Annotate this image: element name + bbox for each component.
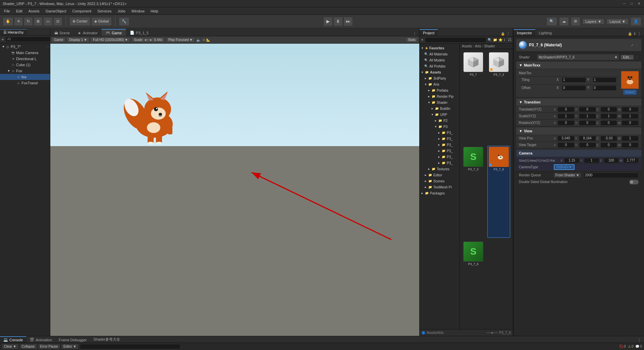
layers-dropdown[interactable]: Layers ▼ xyxy=(582,18,604,25)
editor-dropdown-btn[interactable]: Editor ▼ xyxy=(61,344,78,349)
cs-w-val[interactable]: 1.777 xyxy=(623,158,639,163)
tree-item-textures[interactable]: ► 📁 Textures xyxy=(420,166,460,172)
insp-more-icon[interactable]: ⋮ xyxy=(635,43,639,47)
pivot-btn[interactable]: ⊕ Center xyxy=(69,17,91,26)
proj-menu-icon[interactable]: ⋮ xyxy=(506,31,510,36)
vt-x-val[interactable]: 0 xyxy=(557,142,575,148)
cloud-button[interactable]: ☁ xyxy=(559,17,569,26)
section-header-maintexx[interactable]: ▼ MainTexx xyxy=(516,61,641,69)
shader-menu-icon[interactable]: ⋮ xyxy=(635,55,639,59)
tab-inspector[interactable]: Inspector xyxy=(514,29,535,36)
file-item[interactable]: S P3_7_3 xyxy=(462,146,485,238)
minimize-button[interactable]: ─ xyxy=(622,1,627,6)
tree-item-all-models[interactable]: 🔍 All Models xyxy=(420,57,460,63)
stats-btn[interactable]: Stats xyxy=(406,37,418,42)
offset-x-field[interactable]: 0 xyxy=(562,85,586,91)
bread-arts[interactable]: Arts xyxy=(475,44,481,48)
vt-z-val[interactable]: 0 xyxy=(600,142,618,148)
bottom-menu-icon[interactable]: ⋮ xyxy=(637,338,641,343)
orthographic-btn[interactable]: OrthoGr▼ xyxy=(554,164,575,170)
settings-button[interactable]: ⚙ xyxy=(571,17,580,26)
double-sided-toggle[interactable] xyxy=(629,180,639,184)
collapse-btn[interactable]: Collapse xyxy=(20,344,37,349)
tab-game[interactable]: 🎮 Game xyxy=(102,29,126,36)
tree-item-3rdparty[interactable]: ► 📁 3rdParty xyxy=(420,75,460,81)
insp-open-icon[interactable]: ↗ xyxy=(631,43,633,47)
rot-x-val[interactable]: 0 xyxy=(557,120,575,126)
file-item[interactable]: P3_7_3 xyxy=(487,51,510,143)
tiling-x-field[interactable]: 1 xyxy=(562,77,586,83)
transform-tool[interactable]: ⊡ xyxy=(53,17,62,26)
tree-item-prefabs[interactable]: ► 📁 Prefabs xyxy=(420,87,460,93)
bread-assets[interactable]: Assets xyxy=(462,44,472,48)
tree-item-p2[interactable]: ► 📁 P2 xyxy=(420,118,460,124)
project-search[interactable] xyxy=(425,37,486,43)
tree-item-p3[interactable]: ▼ 📁 P3 xyxy=(420,124,460,130)
hand-tool[interactable]: ✋ xyxy=(3,17,13,26)
tree-item-editor[interactable]: ► 📁 Editor xyxy=(420,172,460,178)
cs-z-val[interactable]: 100 xyxy=(604,158,619,163)
error-pause-btn[interactable]: Error Pause xyxy=(38,344,60,349)
cs-y-val[interactable]: 1 xyxy=(584,158,599,163)
cs-x-val[interactable]: 1.15 xyxy=(564,158,580,163)
shader-select[interactable]: MyShader/URP/P3_7_6 ▼ xyxy=(537,54,619,60)
tree-item-p3-sub6[interactable]: ► 📁 P3_ xyxy=(420,160,460,166)
trans-z-val[interactable]: 0 xyxy=(600,107,618,112)
proj-icon1[interactable]: 📁 xyxy=(493,38,497,42)
proj-icon2[interactable]: ⭐ xyxy=(498,38,502,42)
menu-file[interactable]: File xyxy=(1,8,13,14)
account-button[interactable]: 👤 xyxy=(631,17,641,26)
insp-menu-icon[interactable]: ⋮ xyxy=(637,31,641,36)
vp-z-val[interactable]: -5.03 xyxy=(600,136,618,141)
game-display-btn[interactable]: Game xyxy=(52,37,65,42)
tree-item-p3-sub1[interactable]: ► 📁 P3_ xyxy=(420,130,460,136)
menu-edit[interactable]: Edit xyxy=(13,8,25,14)
tab-project[interactable]: Project xyxy=(420,29,438,36)
add-object-btn[interactable]: + xyxy=(1,37,4,42)
tab-lighting[interactable]: Lighting xyxy=(535,30,555,36)
tree-item-p3-sub3[interactable]: ► 📁 P3_ xyxy=(420,142,460,148)
file-item[interactable]: P3_7_6 xyxy=(487,146,510,238)
rotate-tool[interactable]: ↻ xyxy=(24,17,33,26)
search-button[interactable]: 🔍 xyxy=(546,17,557,26)
pause-button[interactable]: ⏸ xyxy=(333,17,343,26)
scale-x-val[interactable]: 1 xyxy=(557,114,575,119)
tab-frame-debugger[interactable]: Frame Debugger xyxy=(55,337,90,343)
rot-y-val[interactable]: 0 xyxy=(579,120,596,126)
global-btn[interactable]: ◈ Global xyxy=(91,17,112,26)
section-header-camera[interactable]: Camera xyxy=(516,149,641,157)
list-item[interactable]: ▼ ◇ Fox xyxy=(0,68,50,74)
proj-add-btn[interactable]: + xyxy=(421,37,424,42)
scale-w-val[interactable]: 1 xyxy=(622,114,639,119)
menu-jobs[interactable]: Jobs xyxy=(115,8,128,14)
vsync-icon[interactable]: ⧉ xyxy=(203,38,205,42)
texture-select-btn[interactable]: Select xyxy=(623,89,637,95)
rot-w-val[interactable]: 0 xyxy=(622,120,639,126)
render-queue-value[interactable]: 2000 xyxy=(584,173,639,178)
hierarchy-search[interactable] xyxy=(5,37,51,42)
vp-w-val[interactable]: 1 xyxy=(622,136,639,141)
tree-item-p3-sub2[interactable]: ► 📁 P3_ xyxy=(420,136,460,142)
file-item[interactable]: P3_7 xyxy=(462,51,485,143)
file-item[interactable]: S P3_7_6 xyxy=(462,240,485,329)
move-tool[interactable]: ✛ xyxy=(14,17,23,26)
rect-tool[interactable]: ▭ xyxy=(43,17,53,26)
mute-icon[interactable]: 🔈 xyxy=(196,38,201,42)
tab-animation[interactable]: 🎬 Animation xyxy=(26,337,55,343)
scale-y-val[interactable]: 1 xyxy=(579,114,596,119)
insp-lock-icon[interactable]: 🔒 xyxy=(628,32,632,36)
trans-y-val[interactable]: 0 xyxy=(579,107,596,112)
snap-btn[interactable]: 🔧 xyxy=(119,17,129,26)
close-button[interactable]: ✕ xyxy=(637,1,641,6)
lock-icon[interactable]: 🔒 xyxy=(501,32,505,36)
menu-component[interactable]: Component xyxy=(69,8,94,14)
menu-gameobject[interactable]: GameObject xyxy=(43,8,69,14)
bread-shader[interactable]: Shader xyxy=(484,44,495,48)
vp-x-val[interactable]: 5.045 xyxy=(557,136,575,141)
tree-item-assets[interactable]: ▼ 📁 Assets xyxy=(420,69,460,75)
tab-hierarchy[interactable]: ☰ Hierarchy xyxy=(0,29,27,35)
section-header-view[interactable]: ▼ View xyxy=(516,127,641,135)
tab-p3_1_5[interactable]: 📄 P3_1_5 xyxy=(126,30,153,36)
panel-menu-icon[interactable]: ⋮ xyxy=(413,31,417,36)
vt-w-val[interactable]: 0 xyxy=(622,142,639,148)
